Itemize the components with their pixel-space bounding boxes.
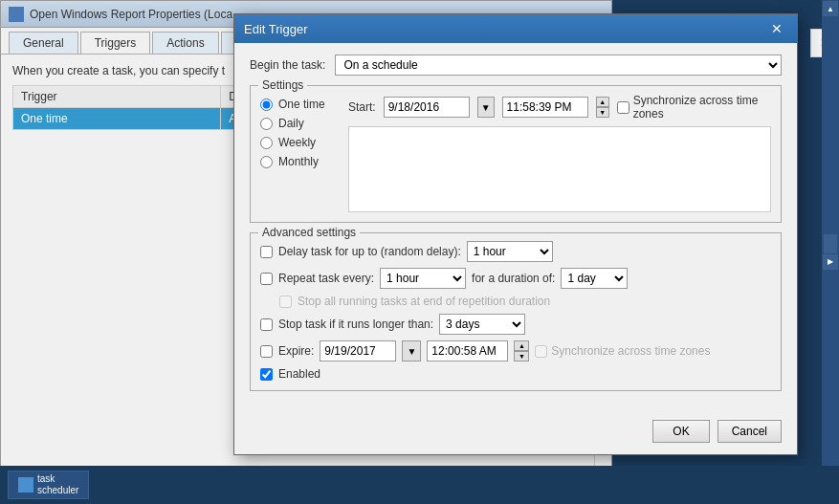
expire-row: Expire: ▼ ▲ ▼ Synchronize across time zo… [260, 340, 771, 362]
start-row: Start: ▼ ▲ ▼ Synchronize across time zon… [348, 94, 771, 121]
repeat-label: Repeat task every: [278, 272, 374, 285]
expire-sync-checkbox-input[interactable] [535, 345, 547, 358]
radio-monthly-input[interactable] [260, 156, 273, 168]
sync-checkbox-input[interactable] [617, 101, 629, 114]
taskbar: taskscheduler [0, 466, 839, 504]
taskbar-label: taskscheduler [37, 473, 78, 496]
bg-window-title: Open Windows Report Properties (Loca... [30, 8, 242, 21]
expire-label: Expire: [278, 344, 314, 358]
begin-task-row: Begin the task: On a schedule At log on … [250, 55, 782, 76]
stop-running-label: Stop all running tasks at end of repetit… [298, 295, 550, 308]
col-trigger: Trigger [13, 86, 221, 108]
start-time-input[interactable] [502, 97, 588, 118]
begin-task-label: Begin the task: [250, 58, 325, 72]
delay-checkbox[interactable] [260, 246, 273, 258]
radio-options: One time Daily Weekly Monthly [260, 98, 337, 168]
radio-one-time-label: One time [278, 98, 325, 111]
expire-time-down-btn[interactable]: ▼ [514, 351, 529, 362]
radio-col: One time Daily Weekly Monthly [260, 94, 337, 212]
bg-window-icon [9, 7, 24, 22]
repeat-select[interactable]: 1 hour 30 minutes [380, 268, 466, 289]
delay-select[interactable]: 1 hour 30 minutes [467, 241, 553, 262]
dialog-body: Begin the task: On a schedule At log on … [234, 43, 797, 412]
settings-legend: Settings [258, 78, 307, 92]
radio-monthly-label: Monthly [278, 155, 319, 168]
enabled-label: Enabled [278, 367, 320, 381]
sync-label: Synchronize across time zones [633, 94, 771, 121]
radio-monthly[interactable]: Monthly [260, 155, 337, 168]
dialog-titlebar: Edit Trigger ✕ [234, 14, 797, 43]
start-date-picker-btn[interactable]: ▼ [477, 97, 495, 118]
radio-weekly-label: Weekly [278, 136, 316, 149]
stop-longer-row: Stop task if it runs longer than: 3 days… [260, 314, 771, 335]
stop-running-checkbox[interactable] [279, 296, 292, 308]
enabled-row: Enabled [260, 367, 771, 381]
dialog-close-button[interactable]: ✕ [766, 18, 787, 39]
for-duration-select[interactable]: 1 day 1 hour Indefinitely [561, 268, 628, 289]
expire-time-input[interactable] [427, 340, 508, 362]
ok-button[interactable]: OK [652, 420, 709, 443]
expire-time-up-btn[interactable]: ▲ [514, 340, 529, 351]
repeat-task-row: Repeat task every: 1 hour 30 minutes for… [260, 268, 771, 289]
advanced-legend: Advanced settings [258, 226, 360, 239]
dialog-title: Edit Trigger [244, 22, 766, 36]
advanced-settings-group: Advanced settings Delay task for up to (… [250, 232, 782, 391]
expire-sync-label: Synchronize across time zones [551, 344, 710, 358]
time-spinner: ▲ ▼ [596, 97, 609, 118]
expire-time-spinner: ▲ ▼ [514, 340, 529, 362]
bg-tab-triggers[interactable]: Triggers [80, 32, 151, 54]
stop-longer-select[interactable]: 3 days 1 day 1 hour [439, 314, 525, 335]
delay-task-row: Delay task for up to (random delay): 1 h… [260, 241, 771, 262]
radio-one-time[interactable]: One time [260, 98, 337, 111]
start-col: Start: ▼ ▲ ▼ Synchronize across time zon… [348, 94, 771, 212]
right-scroll-up[interactable]: ▲ [822, 0, 839, 17]
bg-tab-actions[interactable]: Actions [152, 32, 218, 54]
expire-checkbox[interactable] [260, 345, 273, 358]
stop-longer-label: Stop task if it runs longer than: [278, 318, 433, 331]
settings-inner: One time Daily Weekly Monthly [260, 94, 771, 212]
taskbar-icon [18, 477, 33, 493]
radio-daily[interactable]: Daily [260, 117, 337, 130]
stop-running-row: Stop all running tasks at end of repetit… [260, 295, 771, 308]
right-scroll-arrow[interactable]: ▶ [822, 253, 839, 271]
time-down-btn[interactable]: ▼ [596, 107, 609, 118]
cell-trigger: One time [13, 108, 221, 130]
radio-daily-label: Daily [278, 117, 304, 130]
enabled-checkbox[interactable] [260, 368, 273, 381]
taskbar-item-scheduler[interactable]: taskscheduler [8, 471, 89, 499]
for-duration-label: for a duration of: [472, 272, 555, 285]
settings-empty-area [348, 126, 771, 212]
radio-daily-input[interactable] [260, 118, 273, 130]
begin-task-select[interactable]: On a schedule At log on At startup [335, 55, 782, 76]
radio-weekly-input[interactable] [260, 137, 273, 149]
expire-date-input[interactable] [320, 340, 396, 362]
stop-longer-checkbox[interactable] [260, 318, 273, 331]
bg-tab-general[interactable]: General [9, 32, 78, 54]
right-scrollbar: ▲ ▶ ▼ [822, 0, 839, 504]
sync-checkbox[interactable]: Synchronize across time zones [617, 94, 771, 121]
edit-trigger-dialog: Edit Trigger ✕ Begin the task: On a sche… [233, 13, 798, 455]
dialog-buttons: OK Cancel [234, 412, 797, 454]
expire-date-picker-btn[interactable]: ▼ [402, 340, 421, 362]
radio-one-time-input[interactable] [260, 99, 273, 111]
cancel-button[interactable]: Cancel [718, 420, 782, 443]
repeat-checkbox[interactable] [260, 273, 273, 285]
expire-sync-checkbox[interactable]: Synchronize across time zones [535, 344, 710, 358]
start-label: Start: [348, 100, 376, 114]
settings-group: Settings One time Daily [250, 85, 782, 223]
delay-label: Delay task for up to (random delay): [278, 245, 461, 258]
radio-weekly[interactable]: Weekly [260, 136, 337, 149]
time-up-btn[interactable]: ▲ [596, 97, 609, 107]
start-date-input[interactable] [384, 97, 470, 118]
